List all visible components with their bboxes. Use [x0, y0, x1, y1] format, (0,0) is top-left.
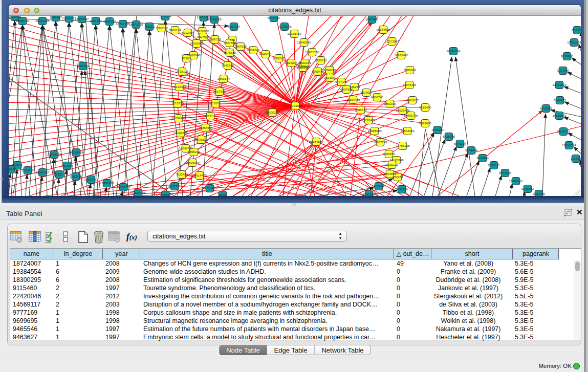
svg-text:11353594: 11353594 — [199, 126, 213, 129]
svg-text:8912954: 8912954 — [182, 31, 194, 34]
svg-text:8960124: 8960124 — [169, 28, 182, 32]
svg-text:10653267: 10653267 — [75, 17, 89, 20]
svg-text:9146821: 9146821 — [259, 52, 272, 56]
svg-text:7357224: 7357224 — [228, 25, 241, 28]
svg-text:9886907: 9886907 — [50, 16, 62, 19]
svg-text:939154: 939154 — [9, 167, 16, 171]
svg-text:1250513: 1250513 — [70, 174, 82, 178]
svg-text:19654923: 19654923 — [400, 129, 415, 133]
svg-text:1733426: 1733426 — [396, 187, 408, 191]
svg-text:98961: 98961 — [182, 56, 191, 60]
svg-text:1080748: 1080748 — [371, 95, 384, 99]
svg-text:1918318: 1918318 — [9, 16, 21, 18]
svg-text:1527602: 1527602 — [90, 19, 102, 23]
svg-text:746266: 746266 — [350, 85, 360, 89]
svg-text:1093852: 1093852 — [363, 192, 376, 196]
svg-text:7632621: 7632621 — [488, 163, 500, 167]
svg-text:16671355: 16671355 — [129, 23, 143, 26]
svg-text:2935114: 2935114 — [476, 156, 489, 160]
svg-text:1862160: 1862160 — [384, 102, 397, 105]
svg-text:1156819: 1156819 — [21, 168, 34, 172]
svg-text:14055721: 14055721 — [15, 19, 30, 23]
svg-text:8215955: 8215955 — [540, 106, 553, 110]
svg-text:10654112: 10654112 — [509, 179, 523, 183]
svg-text:16961758: 16961758 — [305, 50, 319, 54]
svg-text:16120746: 16120746 — [389, 158, 404, 162]
svg-text:8454749: 8454749 — [247, 48, 260, 52]
svg-text:15609949: 15609949 — [185, 161, 200, 164]
svg-text:1244415: 1244415 — [554, 98, 567, 102]
svg-text:1621072: 1621072 — [324, 76, 337, 79]
svg-text:7485063: 7485063 — [404, 68, 417, 72]
svg-text:14914479: 14914479 — [192, 173, 207, 177]
svg-text:1362615: 1362615 — [297, 65, 310, 69]
svg-text:12942757: 12942757 — [35, 170, 50, 174]
svg-text:2803144: 2803144 — [217, 77, 230, 80]
svg-text:6466160: 6466160 — [103, 19, 116, 23]
svg-text:18724007: 18724007 — [288, 104, 302, 107]
svg-text:885061: 885061 — [12, 163, 23, 167]
svg-text:19384554: 19384554 — [309, 140, 323, 143]
svg-text:18300295: 18300295 — [265, 111, 279, 114]
svg-text:12975115: 12975115 — [402, 83, 417, 86]
svg-text:717006: 717006 — [210, 101, 221, 105]
svg-text:8827552: 8827552 — [213, 90, 226, 93]
svg-text:17957223: 17957223 — [84, 178, 98, 181]
svg-text:3675685: 3675685 — [224, 51, 236, 54]
svg-text:116753: 116753 — [571, 157, 581, 160]
svg-text:16654925: 16654925 — [171, 116, 186, 120]
svg-text:3822037: 3822037 — [285, 61, 298, 64]
svg-text:10756928: 10756928 — [396, 144, 410, 147]
svg-text:9084067: 9084067 — [383, 152, 396, 156]
svg-text:154519: 154519 — [54, 172, 65, 176]
svg-text:7625402: 7625402 — [176, 172, 188, 176]
svg-text:9245652: 9245652 — [521, 187, 534, 190]
svg-text:9232446: 9232446 — [533, 192, 546, 195]
svg-text:10719155: 10719155 — [116, 22, 130, 26]
svg-text:16154808: 16154808 — [376, 28, 390, 31]
svg-text:9242848: 9242848 — [222, 63, 234, 67]
svg-text:15692971: 15692971 — [556, 129, 571, 133]
svg-text:12093872: 12093872 — [552, 83, 567, 86]
svg-text:12213967: 12213967 — [385, 39, 399, 43]
svg-text:10958187: 10958187 — [100, 181, 114, 185]
svg-text:16033809: 16033809 — [207, 17, 222, 21]
svg-text:20091406: 20091406 — [35, 19, 50, 23]
svg-text:2867608: 2867608 — [234, 45, 247, 48]
svg-text:8878332: 8878332 — [195, 138, 208, 141]
svg-text:18495796: 18495796 — [404, 114, 418, 117]
svg-text:9115460: 9115460 — [419, 105, 431, 109]
svg-text:1112764: 1112764 — [571, 28, 581, 32]
svg-text:19218506: 19218506 — [277, 25, 292, 28]
svg-text:15751074: 15751074 — [567, 40, 581, 44]
svg-text:3822031: 3822031 — [299, 61, 312, 64]
svg-text:9827506: 9827506 — [197, 35, 210, 38]
svg-text:2087682: 2087682 — [366, 17, 379, 21]
svg-text:9699695: 9699695 — [419, 121, 432, 125]
svg-text:1700584: 1700584 — [159, 16, 172, 18]
svg-text:6794028: 6794028 — [323, 68, 336, 72]
svg-text:10046786: 10046786 — [179, 146, 193, 150]
svg-text:3824554: 3824554 — [360, 91, 373, 94]
svg-text:10973493: 10973493 — [394, 53, 408, 57]
svg-text:8938928: 8938928 — [443, 135, 455, 138]
svg-text:8990448: 8990448 — [312, 70, 324, 73]
svg-text:10025438: 10025438 — [396, 108, 410, 112]
svg-text:21081227: 21081227 — [62, 16, 76, 20]
svg-text:20364436: 20364436 — [346, 98, 360, 101]
svg-text:15720407: 15720407 — [361, 118, 376, 122]
svg-text:9227349: 9227349 — [557, 69, 570, 72]
svg-text:8267130: 8267130 — [204, 114, 217, 118]
svg-text:1010755: 1010755 — [171, 101, 184, 105]
svg-text:16782759: 16782759 — [116, 185, 130, 189]
svg-text:1640954: 1640954 — [431, 128, 444, 132]
svg-text:16543382: 16543382 — [189, 41, 204, 45]
svg-text:9777169: 9777169 — [335, 80, 348, 83]
svg-text:2718126: 2718126 — [176, 70, 189, 73]
svg-text:9657771: 9657771 — [168, 184, 181, 188]
svg-text:7886372: 7886372 — [355, 108, 367, 112]
svg-text:9397588: 9397588 — [61, 164, 74, 167]
svg-text:9474444: 9474444 — [465, 148, 478, 152]
svg-text:252254: 252254 — [393, 175, 403, 179]
svg-text:13226058: 13226058 — [195, 29, 209, 33]
